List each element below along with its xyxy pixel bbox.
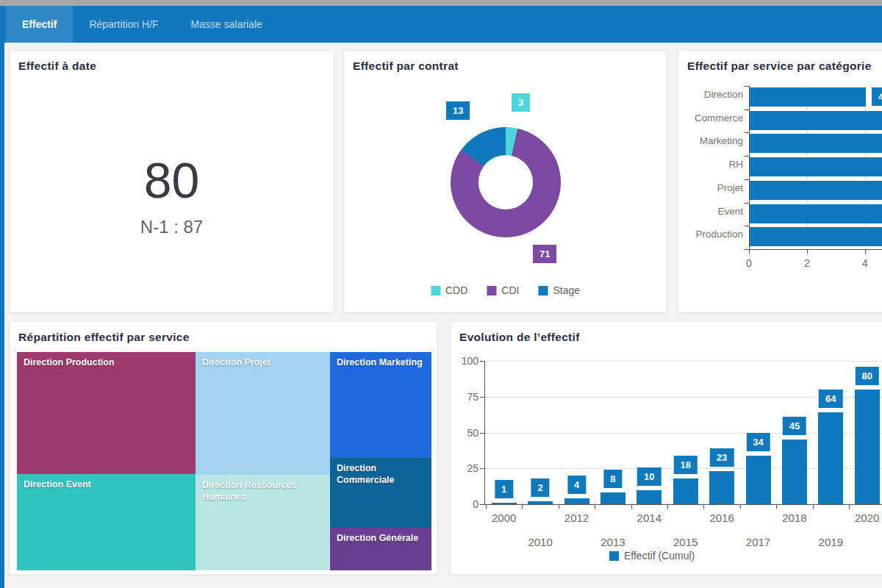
bar-2018[interactable] xyxy=(782,440,807,504)
data-label-stage: 13 xyxy=(446,101,470,120)
category-label-direction: Direction xyxy=(678,89,743,100)
data-label-2012: 4 xyxy=(567,476,586,494)
x-tick-label-4: 4 xyxy=(854,257,876,269)
x-tick-label-2017: 2017 xyxy=(736,536,781,548)
card-repartition-effectif-par-service[interactable]: Répartition effectif par service Directi… xyxy=(9,321,438,575)
x-tick-label-2014: 2014 xyxy=(627,512,671,524)
x-tick-label-2018: 2018 xyxy=(772,512,817,524)
axis-tick xyxy=(559,504,559,509)
card-effectif-par-contrat[interactable]: Effectif par contrat 37113CDDCDIStage xyxy=(343,50,667,312)
bar-2017[interactable] xyxy=(746,456,771,504)
legend-swatch-cdd xyxy=(431,286,440,295)
bar-2012[interactable] xyxy=(564,498,589,504)
legend-item-cdd[interactable]: CDD xyxy=(431,284,467,296)
data-label-2019: 64 xyxy=(819,390,842,408)
treemap-tile-direction-projet[interactable]: Direction Projet xyxy=(196,352,330,475)
legend-label: Stage xyxy=(553,284,580,296)
x-tick-label-2: 2 xyxy=(796,257,818,269)
axis-tick xyxy=(807,249,808,254)
x-tick-label-2000: 2000 xyxy=(482,512,526,524)
bar-commerce[interactable] xyxy=(750,111,882,130)
legend-swatch-effectif-cumul xyxy=(609,551,619,561)
axis-tick xyxy=(813,504,814,509)
axis-tick xyxy=(595,504,595,509)
card-effectif-par-service-par-categorie[interactable]: Effectif par service par catégorie Direc… xyxy=(678,50,882,312)
kpi-value: 80 xyxy=(144,155,200,205)
x-tick-label-2015: 2015 xyxy=(664,536,708,548)
treemap-tile-direction-ressources-humaines[interactable]: Direction Ressources Humaines xyxy=(196,475,330,570)
y-tick-label-100: 100 xyxy=(451,355,478,367)
data-label-direction: 4 xyxy=(872,87,882,106)
tab-repartition-h-f[interactable]: Répartition H/F xyxy=(73,6,174,43)
treemap-tile-direction-generale[interactable]: Direction Générale xyxy=(330,528,431,570)
bar-projet[interactable] xyxy=(750,181,882,200)
bar-production[interactable] xyxy=(750,227,882,246)
data-label-2015: 18 xyxy=(673,456,697,474)
bar-marketing[interactable] xyxy=(750,134,882,153)
category-label-commerce: Commerce xyxy=(678,112,743,123)
legend-item-cdi[interactable]: CDI xyxy=(487,284,519,296)
treemap-tile-label: Direction Projet xyxy=(202,357,323,369)
legend-swatch-stage xyxy=(538,286,548,295)
treemap-tile-direction-event[interactable]: Direction Event xyxy=(17,474,196,570)
x-tick-label-2010: 2010 xyxy=(518,536,562,548)
evolution-legend: Effectif (Cumul) xyxy=(609,550,695,562)
treemap-tile-label: Direction Commerciale xyxy=(337,463,425,486)
bar-2015[interactable] xyxy=(673,478,698,504)
tab-label: Répartition H/F xyxy=(89,18,158,30)
bar-2013[interactable] xyxy=(600,492,625,504)
legend-item-effectif-cumul[interactable]: Effectif (Cumul) xyxy=(609,550,695,562)
axis-tick xyxy=(776,504,777,509)
report-tab-bar: EffectifRépartition H/FMasse salariale xyxy=(0,6,882,43)
data-label-2020: 80 xyxy=(855,367,878,385)
card-effectif-a-date[interactable]: Effectif à date 80 N-1 : 87 xyxy=(9,50,334,312)
x-tick-label-0: 0 xyxy=(738,257,760,269)
axis-tick xyxy=(865,249,866,254)
legend-swatch-cdi xyxy=(487,286,496,295)
treemap-tile-direction-production[interactable]: Direction Production xyxy=(17,352,196,474)
data-label-2017: 34 xyxy=(746,433,770,451)
y-tick-label-0: 0 xyxy=(451,498,478,510)
data-label-2010: 2 xyxy=(531,478,549,497)
donut-legend: CDDCDIStage xyxy=(431,284,580,296)
category-label-rh: RH xyxy=(678,159,743,170)
bar-direction[interactable] xyxy=(750,87,866,107)
card-evolution-de-l-effectif[interactable]: Evolution de l’effectif 0255075100120002… xyxy=(450,321,882,575)
y-tick-label-75: 75 xyxy=(451,391,478,403)
treemap-tile-label: Direction Ressources Humaines xyxy=(202,480,323,503)
data-label-2000: 1 xyxy=(495,480,513,498)
data-label-2014: 10 xyxy=(637,467,661,486)
data-label-cdi: 71 xyxy=(533,245,556,263)
treemap-tile-direction-marketing[interactable]: Direction Marketing xyxy=(330,352,431,458)
axis-tick xyxy=(703,504,704,509)
kpi-subtitle: N-1 : 87 xyxy=(140,217,203,237)
legend-item-stage[interactable]: Stage xyxy=(538,284,580,296)
card-title: Effectif à date xyxy=(18,60,96,73)
bar-2019[interactable] xyxy=(818,412,843,504)
x-tick-label-2016: 2016 xyxy=(700,512,744,524)
x-tick-label-2020: 2020 xyxy=(845,512,882,524)
tab-effectif[interactable]: Effectif xyxy=(6,6,73,43)
legend-label: Effectif (Cumul) xyxy=(624,550,695,562)
donut-hole xyxy=(478,155,533,209)
bar-2000[interactable] xyxy=(492,503,517,504)
tab-masse-salariale[interactable]: Masse salariale xyxy=(175,6,279,43)
bar-event[interactable] xyxy=(750,204,882,223)
window-top-strip xyxy=(0,0,882,6)
bar-2014[interactable] xyxy=(637,490,662,505)
left-accent-strip xyxy=(0,43,4,588)
card-title: Répartition effectif par service xyxy=(18,331,190,344)
bar-2016[interactable] xyxy=(709,471,734,504)
legend-label: CDI xyxy=(501,284,519,296)
bar-2020[interactable] xyxy=(855,390,880,504)
tab-label: Effectif xyxy=(22,18,57,30)
bar-rh[interactable] xyxy=(750,157,882,176)
bar-2010[interactable] xyxy=(528,501,553,504)
treemap-tile-label: Direction Production xyxy=(24,357,189,369)
data-label-2013: 8 xyxy=(603,470,622,488)
y-axis-line xyxy=(484,361,485,504)
axis-tick xyxy=(667,504,668,509)
treemap-tile-direction-commerciale[interactable]: Direction Commerciale xyxy=(330,458,431,528)
category-label-event: Event xyxy=(678,206,743,217)
x-tick-label-2013: 2013 xyxy=(591,536,635,548)
